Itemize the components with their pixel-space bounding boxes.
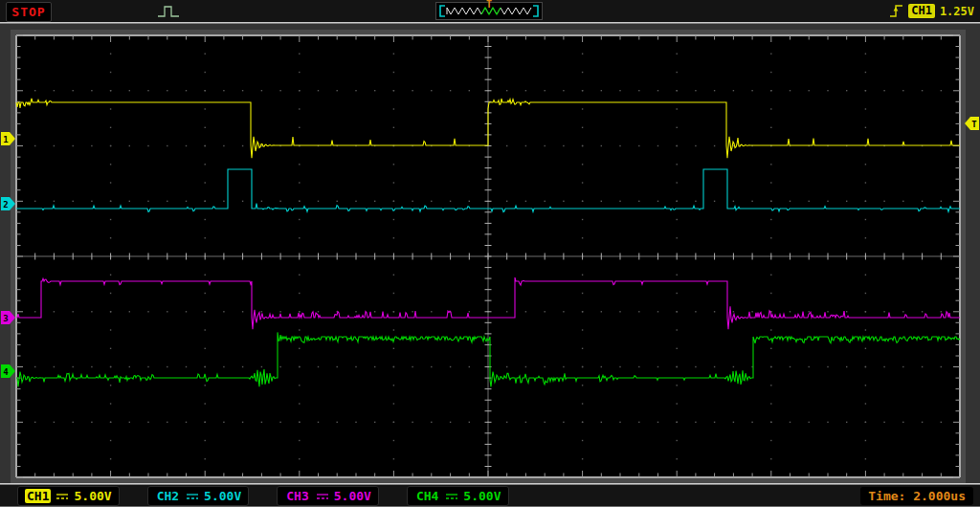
svg-text:T: T <box>971 120 977 129</box>
top-bar: STOP T CH1 1.25V <box>0 0 980 22</box>
trigger-level-value: 1.25V <box>940 5 974 18</box>
channel-scale-value: 5.00V <box>74 489 111 503</box>
trigger-source-label: CH1 <box>908 4 935 18</box>
run-state-label: STOP <box>11 5 45 19</box>
channel-label: CH1 <box>25 489 51 503</box>
trigger-t-marker: T <box>486 0 492 10</box>
timebase-readout[interactable]: Time: 2.000us <box>860 487 973 505</box>
svg-text:3: 3 <box>3 314 8 323</box>
channel-scale-value: 5.00V <box>334 489 371 503</box>
waveform-display: 1234T <box>0 24 980 483</box>
channel-readout-ch1[interactable]: CH15.00V <box>17 486 120 506</box>
svg-text:1: 1 <box>3 135 8 144</box>
run-state-indicator[interactable]: STOP <box>6 2 52 22</box>
channel-scale-value: 5.00V <box>204 489 241 503</box>
channel-scale-value: 5.00V <box>463 489 501 503</box>
scope-screen: 1234T <box>0 24 980 483</box>
channel-readout-ch4[interactable]: CH45.00V <box>407 486 509 506</box>
channel-label: CH3 <box>284 489 310 503</box>
channel-readout-ch3[interactable]: CH35.00V <box>277 486 379 506</box>
channel-label: CH2 <box>155 489 181 503</box>
trigger-level-marker[interactable]: T <box>965 117 979 130</box>
trigger-edge-icon <box>889 2 903 20</box>
dc-coupling-icon <box>316 492 329 501</box>
dc-coupling-icon <box>186 492 199 501</box>
svg-text:4: 4 <box>3 367 9 377</box>
dc-coupling-icon <box>56 492 69 501</box>
channel-readouts: CH15.00VCH25.00VCH35.00VCH45.00V <box>0 486 509 506</box>
bottom-bar: CH15.00VCH25.00VCH35.00VCH45.00V <box>0 485 980 507</box>
channel-readout-ch2[interactable]: CH25.00V <box>147 486 250 506</box>
trigger-position-preview[interactable]: T <box>435 2 543 20</box>
dc-coupling-icon <box>445 492 458 501</box>
timebase-value: Time: 2.000us <box>868 489 966 503</box>
trigger-readout[interactable]: CH1 1.25V <box>889 1 976 21</box>
channel-label: CH4 <box>414 489 440 503</box>
svg-text:2: 2 <box>3 200 8 209</box>
single-pulse-icon <box>156 3 181 20</box>
